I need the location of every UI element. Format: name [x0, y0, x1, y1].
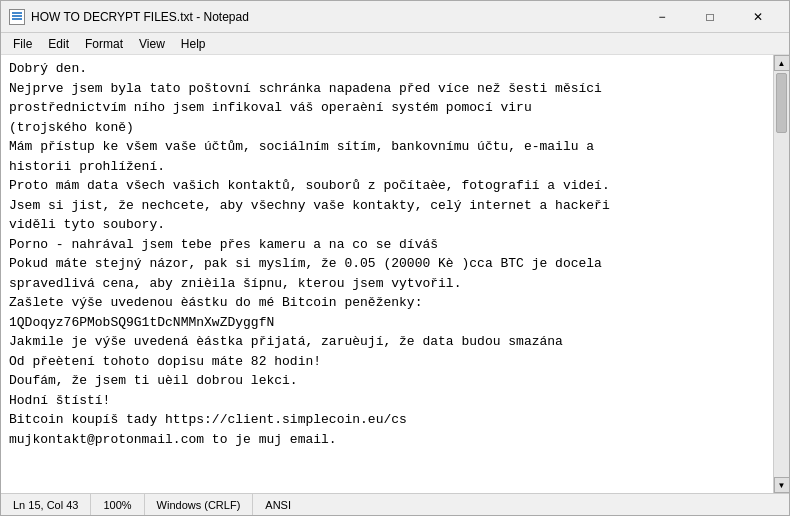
menu-format[interactable]: Format	[77, 35, 131, 53]
menu-edit[interactable]: Edit	[40, 35, 77, 53]
menu-help[interactable]: Help	[173, 35, 214, 53]
editor-area: ▲ ▼	[1, 55, 789, 493]
minimize-button[interactable]: −	[639, 1, 685, 33]
status-bar: Ln 15, Col 43 100% Windows (CRLF) ANSI	[1, 493, 789, 515]
line-ending: Windows (CRLF)	[145, 494, 254, 515]
scroll-up-button[interactable]: ▲	[774, 55, 790, 71]
menu-view[interactable]: View	[131, 35, 173, 53]
scroll-thumb[interactable]	[776, 73, 787, 133]
scroll-down-button[interactable]: ▼	[774, 477, 790, 493]
title-bar: HOW TO DECRYPT FILES.txt - Notepad − □ ✕	[1, 1, 789, 33]
menu-file[interactable]: File	[5, 35, 40, 53]
vertical-scrollbar[interactable]: ▲ ▼	[773, 55, 789, 493]
encoding: ANSI	[253, 494, 303, 515]
close-button[interactable]: ✕	[735, 1, 781, 33]
scroll-track[interactable]	[774, 71, 789, 477]
notepad-window: HOW TO DECRYPT FILES.txt - Notepad − □ ✕…	[0, 0, 790, 516]
window-controls: − □ ✕	[639, 1, 781, 33]
maximize-button[interactable]: □	[687, 1, 733, 33]
app-icon	[9, 9, 25, 25]
window-title: HOW TO DECRYPT FILES.txt - Notepad	[31, 10, 639, 24]
menu-bar: File Edit Format View Help	[1, 33, 789, 55]
cursor-position: Ln 15, Col 43	[9, 494, 91, 515]
zoom-level: 100%	[91, 494, 144, 515]
text-editor[interactable]	[1, 55, 773, 493]
